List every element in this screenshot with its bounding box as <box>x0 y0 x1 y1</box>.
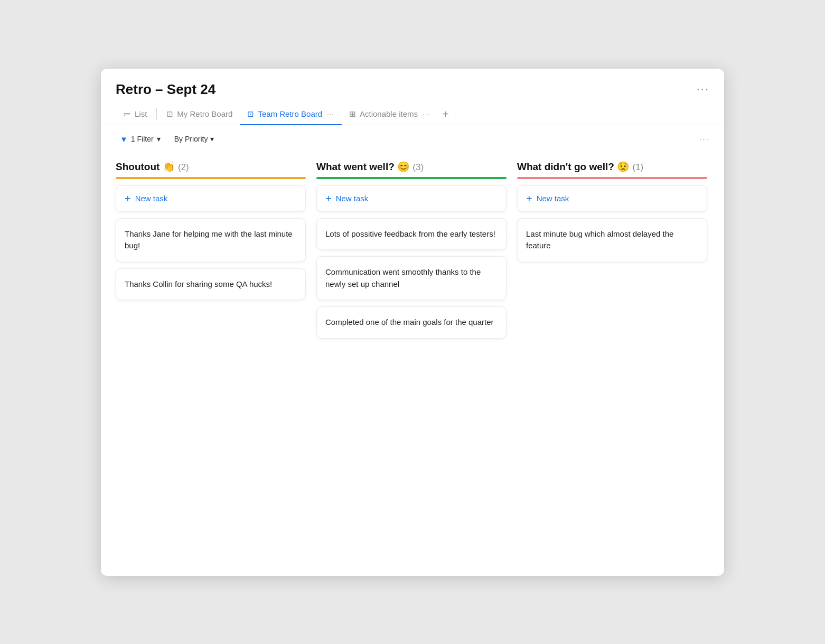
didnt-go-underline <box>517 177 707 179</box>
column-header-shoutout: Shoutout 👏 (2) <box>116 161 306 179</box>
column-title-didnt-go: What didn't go well? 😟 (1) <box>517 161 707 173</box>
column-went-well: What went well? 😊 (3) + New task Lots of… <box>316 161 507 339</box>
didnt-go-new-task-label: New task <box>537 194 569 203</box>
list-icon: ≔ <box>123 109 131 119</box>
board-icon-my: ⊡ <box>166 109 173 119</box>
filter-label: 1 Filter <box>131 135 154 143</box>
sort-label: By Priority <box>174 135 208 143</box>
shoutout-count: (2) <box>178 162 189 172</box>
page-title: Retro – Sept 24 <box>116 81 215 98</box>
board-icon-team: ⊡ <box>247 109 254 119</box>
tab-divider <box>156 108 157 120</box>
sort-button[interactable]: By Priority ▾ <box>170 133 219 145</box>
tab-list-label: List <box>135 109 147 118</box>
add-tab-button[interactable]: + <box>437 104 454 125</box>
tab-team-retro-more[interactable]: ··· <box>327 110 334 118</box>
tab-actionable-items[interactable]: ⊞ Actionable items ··· <box>342 104 437 125</box>
app-window: Retro – Sept 24 ··· ≔ List ⊡ My Retro Bo… <box>101 69 724 576</box>
tab-my-retro-label: My Retro Board <box>177 109 232 118</box>
didnt-go-plus-icon: + <box>526 193 532 204</box>
column-title-went-well: What went well? 😊 (3) <box>316 161 507 173</box>
sort-caret-icon: ▾ <box>210 135 214 143</box>
went-well-card-2: Completed one of the main goals for the … <box>316 306 507 339</box>
table-icon: ⊞ <box>349 109 356 119</box>
went-well-card-1: Communication went smoothly thanks to th… <box>316 256 507 300</box>
column-title-shoutout: Shoutout 👏 (2) <box>116 161 306 173</box>
filter-icon: ▼ <box>120 135 128 144</box>
column-shoutout: Shoutout 👏 (2) + New task Thanks Jane fo… <box>116 161 306 339</box>
shoutout-card-1: Thanks Collin for sharing some QA hucks! <box>116 268 306 301</box>
toolbar: ▼ 1 Filter ▾ By Priority ▾ ··· <box>101 125 724 151</box>
header: Retro – Sept 24 ··· <box>101 69 724 104</box>
went-well-count: (3) <box>412 162 424 172</box>
shoutout-card-0: Thanks Jane for helping me with the last… <box>116 218 306 262</box>
column-header-didnt-go: What didn't go well? 😟 (1) <box>517 161 707 179</box>
went-well-card-0: Lots of possitive feedback from the earl… <box>316 218 507 250</box>
went-well-underline <box>316 177 507 179</box>
toolbar-more-button[interactable]: ··· <box>699 134 709 145</box>
shoutout-new-task-label: New task <box>135 194 168 203</box>
didnt-go-card-0: Last minute bug which almost delayed the… <box>517 218 707 262</box>
didnt-go-count: (1) <box>633 162 644 172</box>
tab-bar: ≔ List ⊡ My Retro Board ⊡ Team Retro Boa… <box>101 104 724 125</box>
shoutout-new-task[interactable]: + New task <box>116 185 306 212</box>
tab-actionable-more[interactable]: ··· <box>423 110 430 118</box>
column-header-went-well: What went well? 😊 (3) <box>316 161 507 179</box>
tab-my-retro-board[interactable]: ⊡ My Retro Board <box>159 104 240 125</box>
column-didnt-go: What didn't go well? 😟 (1) + New task La… <box>517 161 707 339</box>
didnt-go-new-task[interactable]: + New task <box>517 185 707 212</box>
tab-team-retro-board[interactable]: ⊡ Team Retro Board ··· <box>240 104 342 125</box>
board: Shoutout 👏 (2) + New task Thanks Jane fo… <box>101 151 724 348</box>
tab-actionable-label: Actionable items <box>360 109 418 118</box>
toolbar-left: ▼ 1 Filter ▾ By Priority ▾ <box>116 133 218 146</box>
filter-button[interactable]: ▼ 1 Filter ▾ <box>116 133 165 146</box>
went-well-plus-icon: + <box>325 193 332 204</box>
shoutout-underline <box>116 177 306 179</box>
went-well-new-task[interactable]: + New task <box>316 185 507 212</box>
filter-caret-icon: ▾ <box>157 135 161 143</box>
tab-list[interactable]: ≔ List <box>116 104 154 125</box>
shoutout-plus-icon: + <box>125 193 131 204</box>
header-more-button[interactable]: ··· <box>697 82 709 96</box>
went-well-new-task-label: New task <box>336 194 369 203</box>
tab-team-retro-label: Team Retro Board <box>258 109 322 118</box>
